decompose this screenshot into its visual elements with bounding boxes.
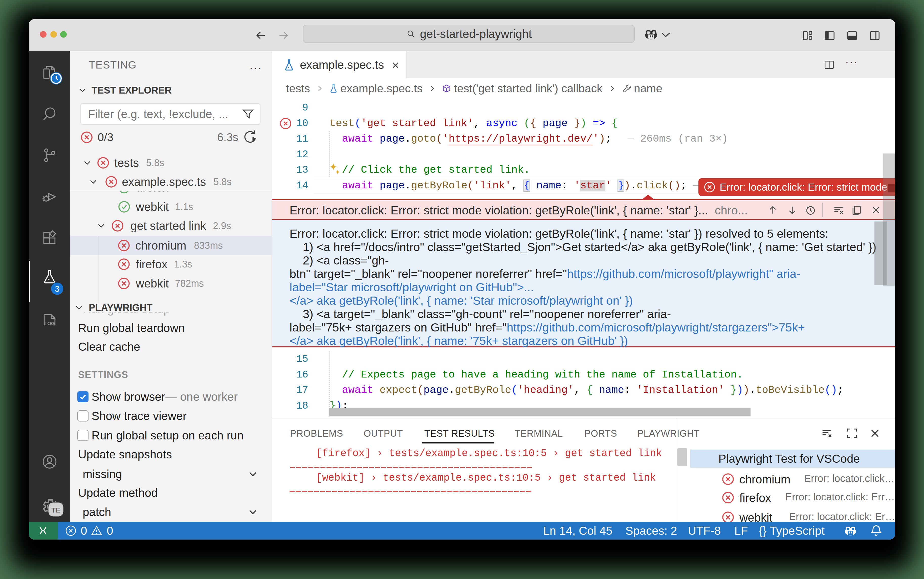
svg-text:LOG: LOG [44, 321, 55, 326]
svg-text:TE: TE [51, 506, 61, 514]
svg-text:3: 3 [55, 284, 59, 294]
